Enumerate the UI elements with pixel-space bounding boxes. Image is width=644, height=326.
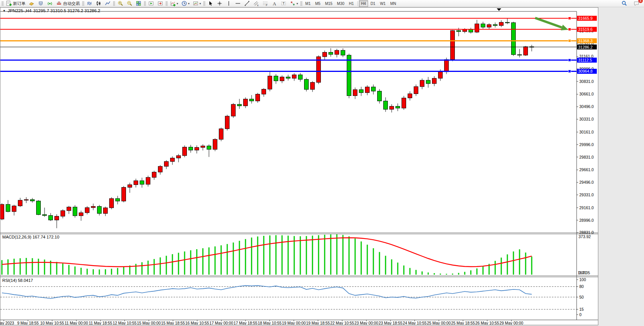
chevron-down-icon[interactable]: ▾ xyxy=(199,2,201,5)
radar-button[interactable] xyxy=(45,0,54,7)
toolbar-grip xyxy=(82,1,84,6)
chevron-down-icon[interactable]: ▾ xyxy=(296,2,298,5)
vertical-line-button[interactable] xyxy=(224,0,233,7)
candlestick-button[interactable] xyxy=(94,0,103,7)
svg-text:31112.5: 31112.5 xyxy=(578,58,592,62)
bar-chart-button[interactable] xyxy=(85,0,94,7)
radar-icon xyxy=(47,0,53,6)
timeframe-M5[interactable]: M5 xyxy=(313,0,323,7)
chat-button[interactable]: 1 xyxy=(632,0,641,7)
timeframe-M15[interactable]: M15 xyxy=(323,0,335,7)
indicators-button[interactable]: ▾ xyxy=(168,0,180,7)
svg-text:15: 15 xyxy=(579,307,584,312)
autotrade-button[interactable]: 自动交易 xyxy=(54,0,81,7)
rsi-pane-label: RSI(14) 58.0417 xyxy=(2,278,33,283)
chevron-down-icon[interactable]: ▾ xyxy=(188,2,190,5)
svg-text:29331.0: 29331.0 xyxy=(579,192,594,197)
svg-text:30831.0: 30831.0 xyxy=(579,79,594,84)
depth-icon xyxy=(38,0,44,6)
svg-text:29996.0: 29996.0 xyxy=(579,142,594,147)
symbol-ohlc: 31295.7 31310.5 31276.2 31286.2 xyxy=(33,8,100,13)
svg-text:30496.0: 30496.0 xyxy=(579,104,594,109)
svg-text:12 May 10:55: 12 May 10:55 xyxy=(113,321,137,325)
svg-text:30331.0: 30331.0 xyxy=(579,117,594,121)
toolbar-button-label: 自动交易 xyxy=(63,1,80,6)
channel-button[interactable]: E xyxy=(252,0,261,7)
timeframe-M30[interactable]: M30 xyxy=(335,0,346,7)
svg-text:23 May 00:00: 23 May 00:00 xyxy=(354,321,378,325)
gold-button[interactable] xyxy=(27,0,36,7)
cursor-button[interactable] xyxy=(206,0,215,7)
text-button[interactable]: A xyxy=(270,0,279,7)
autotrade-icon xyxy=(56,0,62,6)
templates-icon xyxy=(193,0,199,6)
timeframe-M1[interactable]: M1 xyxy=(303,0,313,7)
svg-text:80: 80 xyxy=(579,284,584,289)
depth-button[interactable] xyxy=(36,0,45,7)
macd-pane-label: MACD(12,26,9) 167.74 172.10 xyxy=(2,235,59,239)
svg-text:29831.0: 29831.0 xyxy=(579,155,594,159)
label-button[interactable]: T xyxy=(279,0,288,7)
periods-icon xyxy=(181,0,187,6)
timeframe-D1[interactable]: D1 xyxy=(368,0,378,7)
svg-text:10 May 10:55: 10 May 10:55 xyxy=(40,321,64,325)
svg-text:11 May 18:55: 11 May 18:55 xyxy=(89,321,112,325)
svg-text:9 May 18:55: 9 May 18:55 xyxy=(17,321,39,325)
svg-text:E: E xyxy=(257,4,259,6)
svg-text:A: A xyxy=(273,1,276,6)
svg-text:373.92: 373.92 xyxy=(579,234,591,239)
toolbar-grip xyxy=(166,1,167,6)
svg-text:F: F xyxy=(266,4,268,6)
arrows-button[interactable]: ▾ xyxy=(288,0,300,7)
svg-text:24 May 10:55: 24 May 10:55 xyxy=(403,321,427,325)
crosshair-button[interactable] xyxy=(215,0,224,7)
zoom-in-button[interactable] xyxy=(116,0,125,7)
line-chart-icon xyxy=(105,0,111,6)
svg-text:15 May 00:00: 15 May 00:00 xyxy=(137,321,161,325)
chart-canvas[interactable]: 31496.031331.031161.030996.030831.030661… xyxy=(0,8,598,325)
new-order-button[interactable]: 新订单 xyxy=(4,0,27,7)
channel-icon: E xyxy=(253,0,259,6)
symbol-dropdown-icon[interactable]: ▼ xyxy=(3,9,6,13)
chevron-down-icon[interactable]: ▾ xyxy=(177,2,178,5)
svg-text:9 May 2023: 9 May 2023 xyxy=(0,321,14,325)
svg-text:19 May 18:55: 19 May 18:55 xyxy=(306,321,330,325)
svg-text:30661.0: 30661.0 xyxy=(579,92,594,96)
svg-text:29161.0: 29161.0 xyxy=(579,205,594,210)
chart-shift-button[interactable] xyxy=(156,0,165,7)
zoom-in-icon xyxy=(117,0,123,6)
timeframe-MN[interactable]: MN xyxy=(388,0,399,7)
timeframe-H4[interactable]: H4 xyxy=(359,0,368,7)
timeframe-W1[interactable]: W1 xyxy=(378,0,388,7)
svg-text:31286.2: 31286.2 xyxy=(578,45,593,49)
indicators-icon xyxy=(170,0,176,6)
svg-text:19 May 00:00: 19 May 00:00 xyxy=(282,321,306,325)
autoscroll-button[interactable] xyxy=(147,0,156,7)
svg-text:25 May 18:55: 25 May 18:55 xyxy=(451,321,475,325)
autoscroll-icon xyxy=(148,0,154,6)
new-order-icon xyxy=(6,0,12,6)
zoom-out-icon xyxy=(126,0,132,6)
svg-text:T: T xyxy=(282,2,284,5)
svg-text:30161.0: 30161.0 xyxy=(579,130,594,134)
candlestick-icon xyxy=(96,0,102,6)
tile-windows-button[interactable] xyxy=(134,0,143,7)
bar-chart-icon xyxy=(86,0,92,6)
templates-button[interactable]: ▾ xyxy=(191,0,202,7)
horizontal-line-icon xyxy=(235,0,241,6)
zoom-out-button[interactable] xyxy=(125,0,134,7)
search-button[interactable] xyxy=(620,0,629,7)
svg-text:100: 100 xyxy=(579,277,586,282)
fibonacci-button[interactable]: F xyxy=(261,0,270,7)
line-chart-button[interactable] xyxy=(103,0,112,7)
toolbar-grip xyxy=(113,1,115,6)
trendline-button[interactable] xyxy=(242,0,252,7)
svg-text:29661.0: 29661.0 xyxy=(579,167,594,172)
svg-text:31519.6: 31519.6 xyxy=(578,27,593,32)
horizontal-line-button[interactable] xyxy=(233,0,242,7)
periods-button[interactable]: ▾ xyxy=(180,0,191,7)
toolbar-button-label: 新订单 xyxy=(13,1,26,6)
svg-text:22 May 10:55: 22 May 10:55 xyxy=(330,321,354,325)
timeframe-H1[interactable]: H1 xyxy=(347,0,356,7)
search-icon xyxy=(621,0,627,6)
